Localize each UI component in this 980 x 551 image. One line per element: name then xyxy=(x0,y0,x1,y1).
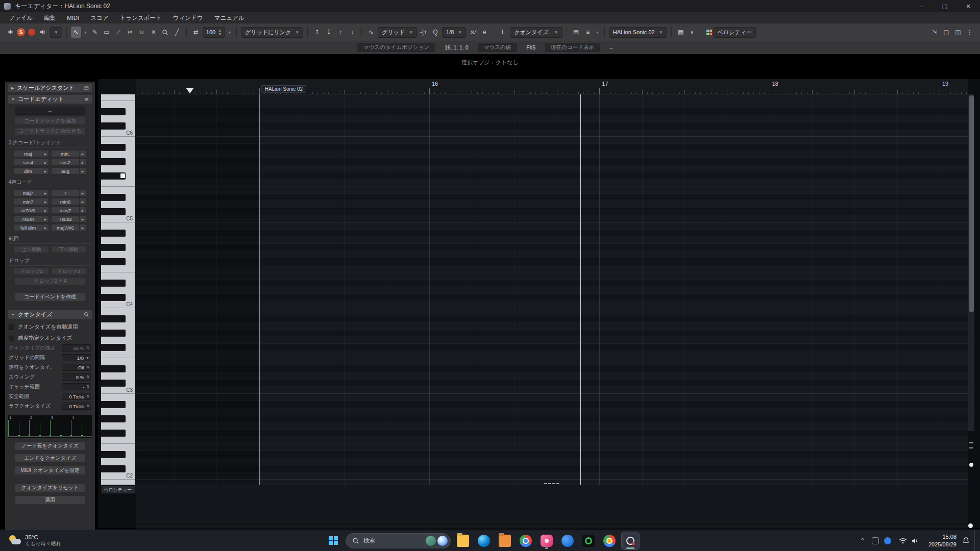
chord-variant-arrow-icon[interactable]: ▶ xyxy=(42,216,48,222)
quantize-setting-value[interactable]: 60 %⇅ xyxy=(62,344,91,352)
chord-button[interactable]: minj7▶ xyxy=(51,207,86,214)
event-colors-icon[interactable] xyxy=(706,30,712,35)
weather-widget[interactable]: 35°C くもり時々晴れ xyxy=(4,530,65,551)
piano-key-e2[interactable] xyxy=(101,444,135,451)
chord-button[interactable]: ドロップ3 xyxy=(51,268,86,275)
taskbar-app-chrome-icon[interactable] xyxy=(517,532,534,549)
chord-button[interactable]: 7sus2▶ xyxy=(51,215,86,222)
piano-key-c4[interactable]: C4 xyxy=(101,301,135,308)
object-selection-tool[interactable]: ↖ xyxy=(71,27,81,38)
velocity-lane-label[interactable]: ベロシティー xyxy=(101,486,136,494)
chord-variant-arrow-icon[interactable]: ▶ xyxy=(42,168,48,174)
transpose-down-icon[interactable]: ↓ xyxy=(347,27,357,38)
quantize-setting-value[interactable]: -⇅ xyxy=(62,383,91,390)
chord-variant-arrow-icon[interactable]: ▶ xyxy=(42,151,48,157)
mute-tool[interactable]: ✕ xyxy=(149,27,159,38)
chord-variant-arrow-icon[interactable]: ▶ xyxy=(79,168,86,174)
taskbar-app-app-green-icon[interactable] xyxy=(580,532,597,549)
taskbar-app-app-multicolor-icon[interactable] xyxy=(601,532,618,549)
chord-variant-arrow-icon[interactable]: ▶ xyxy=(42,207,48,213)
chord-variant-arrow-icon[interactable]: ▶ xyxy=(42,224,48,231)
taskbar-app-file-explorer-icon[interactable] xyxy=(454,532,472,549)
stepper-icon[interactable]: ⇅ xyxy=(86,404,89,408)
quantize-grid-display[interactable]: 1234 xyxy=(8,415,92,438)
current-chord-value[interactable]: -- xyxy=(600,44,622,51)
piano-key-ds6[interactable] xyxy=(101,108,126,115)
drop-2-4-button[interactable]: ドロップ2 + 4 xyxy=(15,277,85,285)
menu-item[interactable]: トランスポート xyxy=(114,12,167,23)
chord-button[interactable]: sus4▶ xyxy=(14,159,49,166)
piano-key-fs3[interactable] xyxy=(101,344,126,351)
chord-button[interactable]: min7▶ xyxy=(14,198,49,205)
chord-variant-arrow-icon[interactable]: ▶ xyxy=(79,224,86,231)
piano-key-c3[interactable]: C3 xyxy=(101,387,135,394)
event-colors-dropdown[interactable]: ベロシティー xyxy=(714,27,756,38)
color-grid-icon[interactable]: ▦ xyxy=(676,27,686,38)
piano-key-ds3[interactable] xyxy=(101,365,126,372)
vertical-scrollbar-thumb[interactable] xyxy=(969,95,974,312)
setup-toolbar-icon[interactable]: ✚ xyxy=(5,27,15,38)
search-highlight-icon[interactable] xyxy=(426,536,436,546)
minimize-button[interactable]: – xyxy=(910,0,933,12)
transpose-up-icon[interactable]: ↑ xyxy=(335,27,346,38)
chord-button[interactable]: 7sus4▶ xyxy=(14,215,49,222)
piano-key-ds4[interactable] xyxy=(101,280,126,287)
piano-key-e3[interactable] xyxy=(101,358,135,365)
notification-center[interactable] xyxy=(962,537,973,544)
record-in-editor-button[interactable] xyxy=(28,29,35,36)
piano-key-d4[interactable] xyxy=(101,287,135,294)
piano-key-gs5[interactable] xyxy=(101,158,126,165)
quantize-setting-value[interactable]: 0 %⇅ xyxy=(62,373,91,381)
chord-button[interactable]: 下へ移動 xyxy=(51,246,86,253)
piano-key-c6[interactable]: C6 xyxy=(101,130,135,137)
quick-settings[interactable] xyxy=(894,535,923,546)
piano-key-as3[interactable] xyxy=(101,315,126,322)
chord-button[interactable]: m7/b5▶ xyxy=(14,207,49,214)
piano-key-f2[interactable] xyxy=(101,437,135,444)
mouse-value[interactable]: F#5 xyxy=(517,44,545,51)
chord-variant-arrow-icon[interactable]: ▶ xyxy=(79,190,86,196)
chord-button[interactable]: min.▶ xyxy=(51,150,86,157)
part-list-icon[interactable]: ▤ xyxy=(571,27,581,38)
stepper-icon[interactable]: ⇅ xyxy=(86,346,89,350)
glue-tool[interactable]: ∪ xyxy=(137,27,147,38)
split-tool[interactable]: ✂ xyxy=(125,27,135,38)
piano-key-b5[interactable] xyxy=(101,137,135,144)
ruler-position-marker-icon[interactable] xyxy=(186,88,194,93)
chord-variant-arrow-icon[interactable]: ▶ xyxy=(79,198,86,205)
open-in-lower-zone-icon[interactable]: ⇲ xyxy=(929,27,940,38)
section-scale-assistant[interactable]: ▶ スケールアシスタント ▤ xyxy=(8,83,92,93)
grid-type-dropdown[interactable]: グリッド▼ xyxy=(378,27,417,38)
chord-button[interactable]: sus2▶ xyxy=(51,159,86,166)
quantize-action-button[interactable]: ノート長をクオンタイズ xyxy=(15,441,85,450)
auto-apply-quantize-checkbox[interactable] xyxy=(9,324,14,330)
piano-key-c2[interactable]: C2 xyxy=(101,472,135,480)
piano-key-g3[interactable] xyxy=(101,337,135,344)
taskbar-app-cubase-icon[interactable] xyxy=(622,532,639,549)
piano-key-a4[interactable] xyxy=(101,237,135,244)
dropdown-caret-icon[interactable]: ▼ xyxy=(86,356,89,360)
window-layout-icon[interactable]: ▢ xyxy=(941,27,951,38)
search-copilot-icon[interactable] xyxy=(437,536,448,546)
tray-teams-icon[interactable] xyxy=(884,537,891,544)
auto-select-dropdown[interactable]: ▼ xyxy=(50,27,62,38)
apply-quantize-button[interactable]: 適用 xyxy=(15,495,85,505)
vertical-scrollbar[interactable] xyxy=(968,94,974,431)
chord-button[interactable]: ドロップ2 xyxy=(14,268,49,275)
apply-quantize-icon[interactable]: ⨯∕ xyxy=(468,27,478,38)
maximize-button[interactable]: ▢ xyxy=(933,0,957,12)
tray-device-icon[interactable] xyxy=(872,537,879,544)
piano-key-fs2[interactable] xyxy=(101,430,126,437)
chord-button[interactable]: maj7/#5▶ xyxy=(51,224,86,231)
part-edit-mode-icon[interactable]: ≡ xyxy=(583,27,593,38)
taskbar-app-app-pink-icon[interactable] xyxy=(538,532,555,549)
chord-variant-arrow-icon[interactable]: ▶ xyxy=(42,190,48,196)
piano-key-a5[interactable] xyxy=(101,151,135,158)
taskbar-app-folder-orange-icon[interactable] xyxy=(496,532,513,549)
chord-button[interactable]: 7▶ xyxy=(51,189,86,196)
quantize-setting-value[interactable]: 0 Ticks⇅ xyxy=(62,393,91,400)
vertical-zoom-handle[interactable] xyxy=(969,447,973,448)
iq-icon[interactable]: e xyxy=(479,27,489,38)
horizontal-scrollbar[interactable] xyxy=(136,524,968,529)
stepper-icon[interactable]: ⇅ xyxy=(86,365,89,369)
